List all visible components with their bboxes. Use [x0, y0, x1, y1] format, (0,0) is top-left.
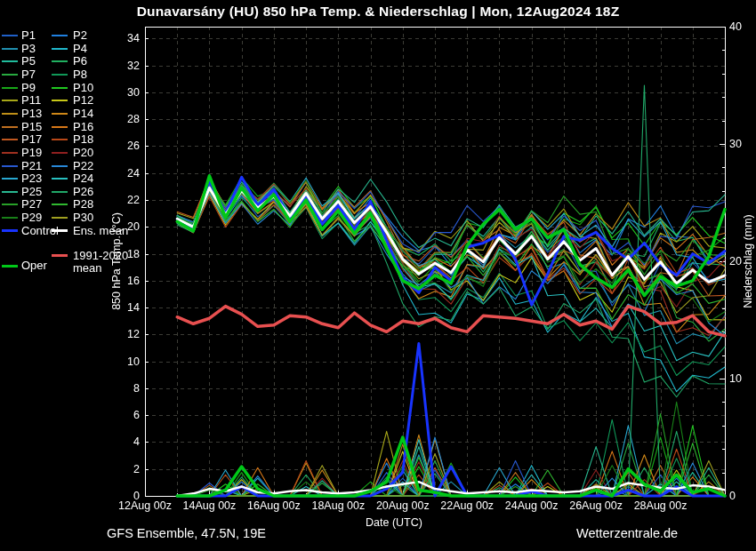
y-left-tick-label: 24: [109, 167, 140, 180]
legend-swatch-p25: [2, 191, 18, 193]
y-left-tick-label: 12: [109, 328, 140, 340]
x-tick-label: 18Aug 00z: [311, 499, 365, 512]
legend-swatch-1991-2020-mean: [52, 254, 68, 257]
legend-label-p15: P15: [21, 121, 42, 133]
legend-label-p5: P5: [21, 55, 36, 68]
legend-swatch-p30: [52, 217, 68, 219]
y-right-tick-label: 0: [729, 490, 736, 502]
legend-swatch-p4: [52, 48, 68, 50]
y-left-tick-label: 8: [109, 382, 140, 395]
legend-swatch-p8: [52, 74, 68, 76]
legend-label-p20: P20: [73, 147, 93, 159]
y-right-tick-label: 30: [729, 138, 742, 150]
legend-label-p1: P1: [21, 29, 36, 42]
legend-label-p6: P6: [73, 55, 87, 68]
legend-label-p21: P21: [21, 160, 42, 172]
legend-swatch-p14: [52, 113, 68, 115]
chart-title: Dunavarsány (HU) 850 hPa Temp. & Nieders…: [0, 4, 756, 20]
y-left-tick-label: 2: [109, 463, 140, 475]
legend-swatch-p1: [2, 35, 18, 36]
y-left-tick-label: 28: [109, 113, 140, 125]
legend-label-p29: P29: [21, 212, 42, 224]
legend-label-p2: P2: [73, 29, 87, 42]
legend-label-p30: P30: [73, 212, 93, 224]
x-tick-label: 26Aug 00z: [569, 499, 623, 512]
y-left-tick-label: 10: [109, 355, 140, 368]
legend-swatch-p13: [2, 113, 18, 115]
legend-label-p8: P8: [73, 68, 87, 81]
legend-label-p22: P22: [73, 160, 93, 172]
x-tick-label: 28Aug 00z: [634, 499, 688, 512]
legend-label-oper: Oper: [21, 260, 47, 272]
legend-swatch-p9: [2, 87, 18, 89]
legend-swatch-p12: [52, 100, 68, 101]
legend-swatch-p29: [2, 217, 18, 219]
legend-label-p27: P27: [21, 198, 42, 211]
legend-swatch-p23: [2, 178, 18, 180]
y-right-tick-label: 20: [729, 255, 742, 268]
y-left-axis-title: 850 hPa Temp. (°C): [110, 212, 123, 310]
legend-swatch-p22: [52, 165, 68, 167]
legend-swatch-p3: [2, 48, 18, 50]
y-left-tick-label: 0: [109, 490, 140, 502]
legend-swatch-p26: [52, 191, 68, 193]
legend-label-p23: P23: [21, 172, 42, 185]
gfs-ensemble-chart: Dunavarsány (HU) 850 hPa Temp. & Nieders…: [0, 0, 756, 551]
y-left-tick-label: 22: [109, 194, 140, 206]
legend-label-p13: P13: [21, 108, 42, 120]
y-left-tick-label: 4: [109, 435, 140, 448]
legend-swatch-p15: [2, 126, 18, 128]
legend-label-p10: P10: [73, 82, 93, 94]
footer-model-info: GFS Ensemble, 47.5N, 19E: [107, 526, 266, 540]
y-right-tick-label: 40: [729, 20, 742, 33]
y-right-axis-title: Niederschlag (mm): [742, 214, 754, 308]
y-left-tick-label: 6: [109, 409, 140, 421]
legend-swatch-p10: [52, 87, 68, 89]
legend-swatch-p2: [52, 35, 68, 36]
legend-label-p18: P18: [73, 133, 93, 146]
legend-swatch-p27: [2, 204, 18, 205]
legend-swatch-p20: [52, 152, 68, 154]
legend-swatch-p28: [52, 204, 68, 205]
legend-swatch-p18: [52, 139, 68, 140]
legend-label-p11: P11: [21, 94, 41, 107]
x-tick-label: 14Aug 00z: [183, 499, 237, 512]
y-left-tick-label: 30: [109, 86, 140, 99]
y-right-tick-label: 10: [729, 372, 742, 385]
legend-label-p19: P19: [21, 147, 42, 159]
legend-swatch-p19: [2, 152, 18, 154]
x-tick-label: 22Aug 00z: [440, 499, 494, 512]
legend-swatch-p11: [2, 100, 18, 101]
footer-brand: Wetterzentrale.de: [576, 526, 678, 540]
legend-label-p14: P14: [73, 108, 93, 120]
legend-label-p24: P24: [73, 172, 93, 185]
legend-swatch-control: [2, 229, 18, 232]
legend-swatch-p5: [2, 60, 18, 62]
y-left-tick-label: 26: [109, 140, 140, 152]
y-left-tick-label: 32: [109, 60, 140, 72]
legend-label-p12: P12: [73, 94, 93, 107]
legend-swatch-p24: [52, 178, 68, 180]
legend-swatch-oper: [2, 265, 18, 268]
legend-label-p26: P26: [73, 186, 93, 198]
legend-label-p25: P25: [21, 186, 42, 198]
x-tick-label: 16Aug 00z: [247, 499, 301, 512]
legend-swatch-p7: [2, 74, 18, 76]
legend-label-p28: P28: [73, 198, 93, 211]
legend-label-p16: P16: [73, 121, 93, 133]
legend-label-p17: P17: [21, 133, 42, 146]
legend-swatch-p21: [2, 165, 18, 167]
legend-label-p7: P7: [21, 68, 36, 81]
legend-swatch-p6: [52, 60, 68, 62]
legend-label-p9: P9: [21, 82, 36, 94]
y-left-tick-label: 34: [109, 32, 140, 44]
legend-swatch-p17: [2, 139, 18, 140]
legend-label-p4: P4: [73, 43, 87, 55]
legend-label-p3: P3: [21, 43, 36, 55]
x-tick-label: 20Aug 00z: [376, 499, 430, 512]
x-axis-title: Date (UTC): [366, 516, 422, 529]
legend-swatch-p16: [52, 126, 68, 128]
legend-swatch-ens-mean: [52, 229, 68, 232]
x-tick-label: 24Aug 00z: [505, 499, 559, 512]
